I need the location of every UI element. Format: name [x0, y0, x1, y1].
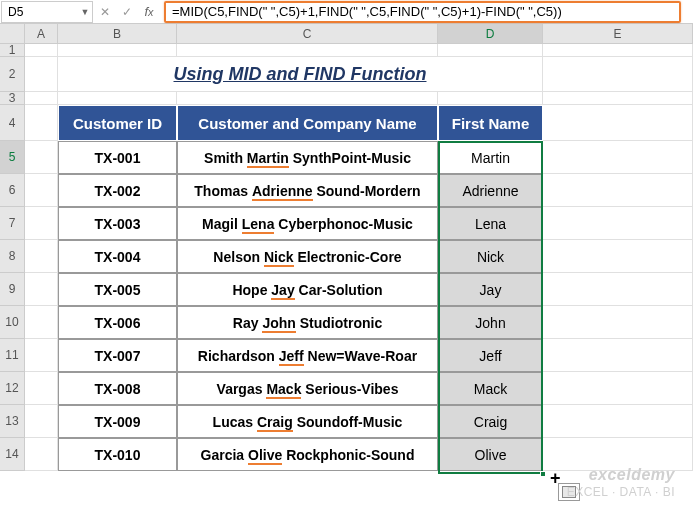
customer-name-cell[interactable]: Thomas Adrienne Sound-Mordern — [177, 174, 438, 207]
cell[interactable] — [25, 105, 58, 141]
customer-id-cell[interactable]: TX-001 — [58, 141, 177, 174]
cell[interactable] — [25, 339, 58, 372]
customer-name-cell[interactable]: Garcia Olive Rockphonic-Sound — [177, 438, 438, 471]
first-name-cell[interactable]: Nick — [438, 240, 543, 273]
customer-name-cell[interactable]: Ray John Studiotronic — [177, 306, 438, 339]
fx-icon[interactable]: fx — [138, 1, 160, 23]
autofill-icon — [562, 486, 576, 498]
col-header-b[interactable]: B — [58, 24, 177, 44]
customer-name-cell[interactable]: Nelson Nick Electronic-Core — [177, 240, 438, 273]
first-name-cell[interactable]: Jay — [438, 273, 543, 306]
row-header-10[interactable]: 10 — [0, 306, 25, 339]
first-name-cell[interactable]: Jeff — [438, 339, 543, 372]
customer-name-cell[interactable]: Richardson Jeff New=Wave-Roar — [177, 339, 438, 372]
cell[interactable] — [543, 438, 693, 471]
first-name-cell[interactable]: Mack — [438, 372, 543, 405]
formula-input[interactable]: =MID(C5,FIND(" ",C5)+1,FIND(" ",C5,FIND(… — [164, 1, 681, 23]
name-box-dropdown-icon[interactable]: ▼ — [78, 3, 92, 21]
customer-name-cell[interactable]: Vargas Mack Serious-Vibes — [177, 372, 438, 405]
row-header-9[interactable]: 9 — [0, 273, 25, 306]
customer-id-cell[interactable]: TX-003 — [58, 207, 177, 240]
customer-id-cell[interactable]: TX-006 — [58, 306, 177, 339]
cell[interactable] — [25, 306, 58, 339]
cell[interactable] — [543, 306, 693, 339]
first-name-cell[interactable]: John — [438, 306, 543, 339]
cell[interactable] — [438, 92, 543, 105]
col-header-e[interactable]: E — [543, 24, 693, 44]
row-header-14[interactable]: 14 — [0, 438, 25, 471]
page-title[interactable]: Using MID and FIND Function — [58, 57, 543, 92]
customer-id-cell[interactable]: TX-008 — [58, 372, 177, 405]
cell[interactable] — [543, 92, 693, 105]
cell[interactable] — [543, 174, 693, 207]
cell[interactable] — [25, 174, 58, 207]
cell[interactable] — [543, 240, 693, 273]
row-header-6[interactable]: 6 — [0, 174, 25, 207]
autofill-options-button[interactable] — [558, 483, 580, 501]
customer-id-cell[interactable]: TX-007 — [58, 339, 177, 372]
name-box[interactable]: D5 ▼ — [1, 1, 93, 23]
first-name-cell[interactable]: Martin — [438, 141, 543, 174]
col-header-a[interactable]: A — [25, 24, 58, 44]
first-name-cell[interactable]: Olive — [438, 438, 543, 471]
cell[interactable] — [543, 207, 693, 240]
col-header-c[interactable]: C — [177, 24, 438, 44]
row-header-12[interactable]: 12 — [0, 372, 25, 405]
cell[interactable] — [25, 207, 58, 240]
cell[interactable] — [543, 405, 693, 438]
cell[interactable] — [25, 57, 58, 92]
formula-text: =MID(C5,FIND(" ",C5)+1,FIND(" ",C5,FIND(… — [172, 4, 562, 19]
cell[interactable] — [543, 44, 693, 57]
row-header-7[interactable]: 7 — [0, 207, 25, 240]
cell[interactable] — [543, 273, 693, 306]
cell[interactable] — [438, 44, 543, 57]
cell[interactable] — [25, 92, 58, 105]
row-header-5[interactable]: 5 — [0, 141, 25, 174]
cell[interactable] — [25, 141, 58, 174]
cell[interactable] — [543, 141, 693, 174]
customer-id-cell[interactable]: TX-010 — [58, 438, 177, 471]
customer-name-cell[interactable]: Hope Jay Car-Solution — [177, 273, 438, 306]
cell[interactable] — [543, 57, 693, 92]
customer-name-cell[interactable]: Smith Martin SynthPoint-Music — [177, 141, 438, 174]
cell[interactable] — [543, 372, 693, 405]
cell[interactable] — [25, 273, 58, 306]
first-name-cell[interactable]: Adrienne — [438, 174, 543, 207]
cell[interactable] — [177, 92, 438, 105]
table-header-id[interactable]: Customer ID — [58, 105, 177, 141]
cell[interactable] — [58, 44, 177, 57]
row-header-2[interactable]: 2 — [0, 57, 25, 92]
row-header-3[interactable]: 3 — [0, 92, 25, 105]
table-header-name[interactable]: Customer and Company Name — [177, 105, 438, 141]
cell[interactable] — [25, 372, 58, 405]
cell[interactable] — [543, 339, 693, 372]
customer-id-cell[interactable]: TX-009 — [58, 405, 177, 438]
table-header-first[interactable]: First Name — [438, 105, 543, 141]
row-header-4[interactable]: 4 — [0, 105, 25, 141]
watermark-subtitle: EXCEL · DATA · BI — [567, 485, 675, 499]
cell[interactable] — [25, 44, 58, 57]
row-header-13[interactable]: 13 — [0, 405, 25, 438]
first-name-cell[interactable]: Lena — [438, 207, 543, 240]
cell[interactable] — [25, 438, 58, 471]
customer-id-cell[interactable]: TX-004 — [58, 240, 177, 273]
customer-name-cell[interactable]: Magil Lena Cyberphonoc-Music — [177, 207, 438, 240]
cell[interactable] — [543, 105, 693, 141]
row-header-1[interactable]: 1 — [0, 44, 25, 57]
row-header-11[interactable]: 11 — [0, 339, 25, 372]
customer-name-cell[interactable]: Lucas Craig Soundoff-Music — [177, 405, 438, 438]
name-box-value: D5 — [2, 5, 78, 19]
cell[interactable] — [177, 44, 438, 57]
row-header-8[interactable]: 8 — [0, 240, 25, 273]
cancel-icon: ✕ — [94, 1, 116, 23]
customer-id-cell[interactable]: TX-002 — [58, 174, 177, 207]
cell[interactable] — [25, 240, 58, 273]
first-name-cell[interactable]: Craig — [438, 405, 543, 438]
fill-handle[interactable] — [540, 471, 546, 477]
customer-id-cell[interactable]: TX-005 — [58, 273, 177, 306]
confirm-icon: ✓ — [116, 1, 138, 23]
cell[interactable] — [58, 92, 177, 105]
cell[interactable] — [25, 405, 58, 438]
select-all-corner[interactable] — [0, 24, 25, 44]
col-header-d[interactable]: D — [438, 24, 543, 44]
